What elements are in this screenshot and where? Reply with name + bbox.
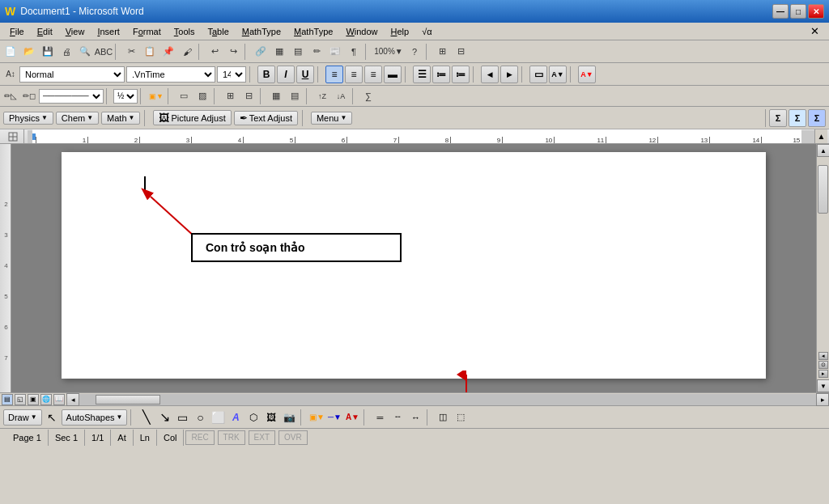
cut-button[interactable]: ✂ xyxy=(122,43,140,61)
copy-button[interactable]: 📋 xyxy=(141,43,159,61)
extra-btn-2[interactable]: ⊟ xyxy=(452,43,470,61)
line-style-tool[interactable]: ═ xyxy=(372,409,388,426)
tb3-fill[interactable]: ▣▼ xyxy=(147,87,165,105)
shadow-tool[interactable]: ◫ xyxy=(435,409,451,426)
draw-dropdown[interactable]: Draw ▼ xyxy=(3,409,42,426)
picture-tool[interactable]: 📷 xyxy=(281,409,297,426)
next-page-button[interactable]: ▸ xyxy=(818,370,828,378)
diagram-tool[interactable]: ⬡ xyxy=(245,409,261,426)
scroll-up-button[interactable]: ▲ xyxy=(817,144,829,157)
physics-button[interactable]: Physics ▼ xyxy=(3,112,53,125)
columns-button[interactable]: ▤ xyxy=(289,43,307,61)
extra-btn-1[interactable]: ⊞ xyxy=(433,43,451,61)
tb3-grid2[interactable]: ⊟ xyxy=(240,87,257,105)
autoshapes-dropdown[interactable]: AutoShapes ▼ xyxy=(62,409,128,426)
fill-color-tool[interactable]: ▣▼ xyxy=(308,409,325,426)
underline-button[interactable]: U xyxy=(296,66,314,83)
arrow-style-tool[interactable]: ↔ xyxy=(407,409,423,426)
align-center-button[interactable]: ≡ xyxy=(345,66,363,83)
menu-tools[interactable]: Tools xyxy=(168,25,202,38)
maximize-button[interactable]: □ xyxy=(790,4,806,19)
3d-tool[interactable]: ⬚ xyxy=(453,409,469,426)
fraction-select[interactable]: ½ xyxy=(113,89,138,104)
scroll-thumb[interactable] xyxy=(818,165,828,214)
style-dropdown[interactable]: Normal xyxy=(19,66,125,83)
sigma-btn-1[interactable]: Σ xyxy=(769,109,787,127)
pointer-tool[interactable]: ↖ xyxy=(44,409,60,426)
tb3-shade[interactable]: ▨ xyxy=(193,87,211,105)
menu-format[interactable]: Format xyxy=(126,25,168,38)
align-right-button[interactable]: ≡ xyxy=(364,66,382,83)
tb3-row[interactable]: ▤ xyxy=(286,87,304,105)
border-button[interactable]: ▭ xyxy=(529,66,547,83)
prev-page-button[interactable]: ◂ xyxy=(818,352,828,360)
picture-adjust-button[interactable]: 🖼 Picture Adjust xyxy=(153,110,231,125)
menu-close-x[interactable]: ✕ xyxy=(804,25,826,37)
undo-button[interactable]: ↩ xyxy=(206,43,223,61)
menu-mathtype1[interactable]: MathType xyxy=(236,25,287,38)
close-button[interactable]: ✕ xyxy=(808,4,824,19)
oval-tool[interactable]: ○ xyxy=(192,409,208,426)
text-adjust-button[interactable]: ✒ Text Adjust xyxy=(234,111,298,125)
line-spacing-button[interactable]: ☰ xyxy=(413,66,431,83)
sigma-btn-2[interactable]: Σ xyxy=(789,109,806,127)
menu-button[interactable]: Menu ▼ xyxy=(311,112,352,125)
show-hide-button[interactable]: ¶ xyxy=(345,43,363,61)
minimize-button[interactable]: — xyxy=(772,4,789,19)
zoom-select[interactable]: 100%▼ xyxy=(372,43,405,61)
font-dropdown[interactable]: .VnTime xyxy=(126,66,215,83)
menu-help[interactable]: Help xyxy=(385,25,416,38)
menu-table[interactable]: Table xyxy=(201,25,235,38)
menu-window[interactable]: Window xyxy=(339,25,384,38)
menu-insert[interactable]: Insert xyxy=(91,25,126,38)
web-view-button[interactable]: 🌐 xyxy=(40,394,52,405)
textbox-tool[interactable]: ⬜ xyxy=(210,409,226,426)
arrow-tool[interactable]: ↘ xyxy=(156,409,172,426)
table-button[interactable]: ▦ xyxy=(270,43,288,61)
clipart-tool[interactable]: 🖼 xyxy=(263,409,279,426)
font-color-button[interactable]: A▼ xyxy=(578,66,596,83)
bold-button[interactable]: B xyxy=(257,66,275,83)
open-button[interactable]: 📂 xyxy=(20,43,38,61)
wordart-tool[interactable]: A xyxy=(227,409,244,426)
print-view-button[interactable]: ▣ xyxy=(28,394,39,405)
bullets-button[interactable]: ≔ xyxy=(432,66,450,83)
line-style-select[interactable]: ──────── xyxy=(39,89,104,104)
document-page[interactable]: Con trỏ soạn thảo Vùng soạn thảo xyxy=(62,152,766,379)
scroll-down-button[interactable]: ▼ xyxy=(817,379,829,392)
justify-button[interactable]: ▬ xyxy=(384,66,402,83)
tb3-btn2[interactable]: ✏◻ xyxy=(20,87,38,105)
chem-button[interactable]: Chem ▼ xyxy=(56,112,99,125)
numbering-button[interactable]: ≔ xyxy=(452,66,470,83)
math-button[interactable]: Math ▼ xyxy=(101,112,140,125)
tb3-sort-asc[interactable]: ↑Z xyxy=(313,87,331,105)
save-button[interactable]: 💾 xyxy=(39,43,57,61)
font-color-tool[interactable]: A▼ xyxy=(344,409,360,426)
tb3-sigma[interactable]: ∑ xyxy=(359,87,377,105)
rect-tool[interactable]: ▭ xyxy=(174,409,190,426)
italic-button[interactable]: I xyxy=(277,66,295,83)
tb3-col[interactable]: ▦ xyxy=(267,87,285,105)
increase-indent-button[interactable]: ▸ xyxy=(500,66,518,83)
help-button[interactable]: ? xyxy=(406,43,423,61)
hscroll-thumb[interactable] xyxy=(96,395,160,404)
tb3-sort-desc[interactable]: ↓A xyxy=(332,87,350,105)
spell-check-button[interactable]: ABC xyxy=(95,43,113,61)
hscroll-left-button[interactable]: ◂ xyxy=(66,393,79,406)
drawing-button[interactable]: ✏ xyxy=(308,43,325,61)
menu-view[interactable]: View xyxy=(59,25,91,38)
menu-sqrt[interactable]: √α xyxy=(415,25,438,38)
redo-button[interactable]: ↪ xyxy=(224,43,242,61)
highlight-button[interactable]: A▼ xyxy=(549,66,567,83)
dash-style-tool[interactable]: ╌ xyxy=(389,409,406,426)
normal-view-button[interactable]: ▤ xyxy=(2,394,13,405)
decrease-indent-button[interactable]: ◂ xyxy=(481,66,499,83)
menu-edit[interactable]: Edit xyxy=(31,25,59,38)
sigma-btn-3[interactable]: Σ xyxy=(808,109,826,127)
line-tool[interactable]: ╲ xyxy=(138,409,155,426)
menu-mathtype2[interactable]: MathType xyxy=(287,25,339,38)
tb3-grid[interactable]: ⊞ xyxy=(221,87,239,105)
select-browse-button[interactable]: ⊙ xyxy=(818,361,828,369)
docmap-button[interactable]: 📰 xyxy=(326,43,344,61)
outline-view-button[interactable]: ◱ xyxy=(15,394,26,405)
